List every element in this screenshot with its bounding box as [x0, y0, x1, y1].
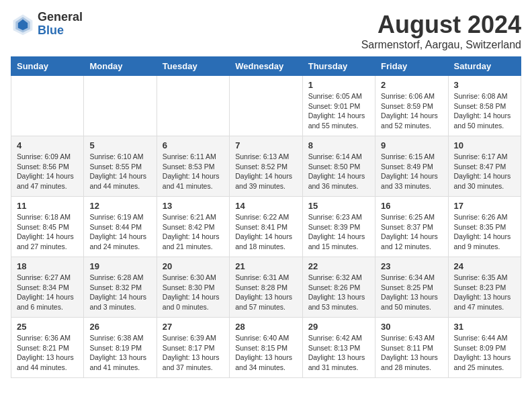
day-info: Sunrise: 6:17 AM Sunset: 8:47 PM Dayligh…: [454, 152, 515, 191]
weekday-header-tuesday: Tuesday: [157, 57, 229, 76]
day-info: Sunrise: 6:10 AM Sunset: 8:55 PM Dayligh…: [89, 152, 150, 191]
page-header: General Blue August 2024 Sarmenstorf, Aa…: [11, 11, 521, 51]
day-number: 15: [308, 201, 369, 211]
day-number: 27: [163, 322, 224, 332]
day-number: 21: [235, 261, 296, 271]
day-info: Sunrise: 6:26 AM Sunset: 8:35 PM Dayligh…: [454, 212, 515, 252]
calendar-cell: 29Sunrise: 6:42 AM Sunset: 8:13 PM Dayli…: [302, 318, 375, 378]
calendar-cell: 22Sunrise: 6:32 AM Sunset: 8:26 PM Dayli…: [302, 257, 375, 318]
calendar-cell: 13Sunrise: 6:21 AM Sunset: 8:42 PM Dayli…: [157, 197, 229, 257]
day-info: Sunrise: 6:32 AM Sunset: 8:26 PM Dayligh…: [308, 273, 369, 312]
calendar-cell: 9Sunrise: 6:15 AM Sunset: 8:49 PM Daylig…: [375, 136, 448, 197]
day-number: 5: [89, 140, 150, 150]
day-number: 17: [454, 201, 515, 211]
calendar-cell: 4Sunrise: 6:09 AM Sunset: 8:56 PM Daylig…: [11, 136, 84, 197]
day-info: Sunrise: 6:09 AM Sunset: 8:56 PM Dayligh…: [17, 152, 78, 191]
calendar-table: SundayMondayTuesdayWednesdayThursdayFrid…: [11, 56, 521, 378]
day-number: 22: [308, 261, 369, 271]
weekday-header-sunday: Sunday: [11, 57, 84, 76]
calendar-cell: 8Sunrise: 6:14 AM Sunset: 8:50 PM Daylig…: [302, 136, 375, 197]
calendar-body: 1Sunrise: 6:05 AM Sunset: 9:01 PM Daylig…: [11, 76, 521, 378]
week-row-1: 1Sunrise: 6:05 AM Sunset: 9:01 PM Daylig…: [11, 76, 521, 136]
day-info: Sunrise: 6:35 AM Sunset: 8:23 PM Dayligh…: [454, 273, 515, 312]
calendar-cell: 28Sunrise: 6:40 AM Sunset: 8:15 PM Dayli…: [230, 318, 302, 378]
day-number: 7: [235, 140, 296, 150]
day-info: Sunrise: 6:14 AM Sunset: 8:50 PM Dayligh…: [308, 152, 369, 191]
logo-general: General: [38, 11, 83, 24]
week-row-3: 11Sunrise: 6:18 AM Sunset: 8:45 PM Dayli…: [11, 197, 521, 257]
day-number: 4: [17, 140, 78, 150]
calendar-cell: 10Sunrise: 6:17 AM Sunset: 8:47 PM Dayli…: [448, 136, 521, 197]
weekday-header-saturday: Saturday: [448, 57, 521, 76]
day-info: Sunrise: 6:25 AM Sunset: 8:37 PM Dayligh…: [381, 212, 442, 252]
logo-icon: [11, 12, 35, 36]
calendar-cell: 20Sunrise: 6:30 AM Sunset: 8:30 PM Dayli…: [157, 257, 229, 318]
day-number: 26: [89, 322, 150, 332]
calendar-cell: 2Sunrise: 6:06 AM Sunset: 8:59 PM Daylig…: [375, 76, 448, 136]
day-number: 29: [308, 322, 369, 332]
calendar-cell: 21Sunrise: 6:31 AM Sunset: 8:28 PM Dayli…: [230, 257, 302, 318]
day-info: Sunrise: 6:43 AM Sunset: 8:11 PM Dayligh…: [381, 333, 442, 373]
day-info: Sunrise: 6:34 AM Sunset: 8:25 PM Dayligh…: [381, 273, 442, 312]
day-info: Sunrise: 6:40 AM Sunset: 8:15 PM Dayligh…: [235, 333, 296, 373]
weekday-header-friday: Friday: [375, 57, 448, 76]
day-number: 28: [235, 322, 296, 332]
calendar-cell: 23Sunrise: 6:34 AM Sunset: 8:25 PM Dayli…: [375, 257, 448, 318]
day-number: 11: [17, 201, 78, 211]
day-info: Sunrise: 6:31 AM Sunset: 8:28 PM Dayligh…: [235, 273, 296, 312]
logo-blue: Blue: [38, 24, 83, 38]
day-info: Sunrise: 6:13 AM Sunset: 8:52 PM Dayligh…: [235, 152, 296, 191]
day-number: 31: [454, 322, 515, 332]
calendar-cell: 24Sunrise: 6:35 AM Sunset: 8:23 PM Dayli…: [448, 257, 521, 318]
day-info: Sunrise: 6:44 AM Sunset: 8:09 PM Dayligh…: [454, 333, 515, 373]
week-row-5: 25Sunrise: 6:36 AM Sunset: 8:21 PM Dayli…: [11, 318, 521, 378]
day-info: Sunrise: 6:21 AM Sunset: 8:42 PM Dayligh…: [163, 212, 224, 252]
week-row-2: 4Sunrise: 6:09 AM Sunset: 8:56 PM Daylig…: [11, 136, 521, 197]
day-info: Sunrise: 6:28 AM Sunset: 8:32 PM Dayligh…: [89, 273, 150, 312]
logo-text: General Blue: [38, 11, 83, 38]
day-info: Sunrise: 6:36 AM Sunset: 8:21 PM Dayligh…: [17, 333, 78, 373]
calendar-cell: 7Sunrise: 6:13 AM Sunset: 8:52 PM Daylig…: [230, 136, 302, 197]
day-number: 1: [308, 80, 369, 90]
day-info: Sunrise: 6:22 AM Sunset: 8:41 PM Dayligh…: [235, 212, 296, 252]
day-number: 14: [235, 201, 296, 211]
calendar-cell: 31Sunrise: 6:44 AM Sunset: 8:09 PM Dayli…: [448, 318, 521, 378]
calendar-cell: 25Sunrise: 6:36 AM Sunset: 8:21 PM Dayli…: [11, 318, 84, 378]
day-info: Sunrise: 6:23 AM Sunset: 8:39 PM Dayligh…: [308, 212, 369, 252]
day-number: 13: [163, 201, 224, 211]
day-info: Sunrise: 6:19 AM Sunset: 8:44 PM Dayligh…: [89, 212, 150, 252]
day-number: 25: [17, 322, 78, 332]
weekday-header-wednesday: Wednesday: [230, 57, 302, 76]
day-info: Sunrise: 6:39 AM Sunset: 8:17 PM Dayligh…: [163, 333, 224, 373]
day-number: 6: [163, 140, 224, 150]
day-info: Sunrise: 6:27 AM Sunset: 8:34 PM Dayligh…: [17, 273, 78, 312]
title-block: August 2024 Sarmenstorf, Aargau, Switzer…: [361, 11, 521, 51]
calendar-cell: 18Sunrise: 6:27 AM Sunset: 8:34 PM Dayli…: [11, 257, 84, 318]
calendar-cell: 19Sunrise: 6:28 AM Sunset: 8:32 PM Dayli…: [84, 257, 157, 318]
calendar-cell: [230, 76, 302, 136]
day-number: 20: [163, 261, 224, 271]
calendar-cell: 15Sunrise: 6:23 AM Sunset: 8:39 PM Dayli…: [302, 197, 375, 257]
day-number: 19: [89, 261, 150, 271]
day-info: Sunrise: 6:15 AM Sunset: 8:49 PM Dayligh…: [381, 152, 442, 191]
calendar-header: SundayMondayTuesdayWednesdayThursdayFrid…: [11, 57, 521, 76]
logo: General Blue: [11, 11, 83, 38]
subtitle: Sarmenstorf, Aargau, Switzerland: [361, 39, 521, 51]
calendar-cell: 6Sunrise: 6:11 AM Sunset: 8:53 PM Daylig…: [157, 136, 229, 197]
calendar-cell: [84, 76, 157, 136]
day-number: 9: [381, 140, 442, 150]
calendar-cell: 27Sunrise: 6:39 AM Sunset: 8:17 PM Dayli…: [157, 318, 229, 378]
day-number: 3: [454, 80, 515, 90]
calendar-cell: 16Sunrise: 6:25 AM Sunset: 8:37 PM Dayli…: [375, 197, 448, 257]
day-number: 10: [454, 140, 515, 150]
calendar-cell: [11, 76, 84, 136]
day-number: 30: [381, 322, 442, 332]
day-info: Sunrise: 6:11 AM Sunset: 8:53 PM Dayligh…: [163, 152, 224, 191]
day-info: Sunrise: 6:05 AM Sunset: 9:01 PM Dayligh…: [308, 91, 369, 131]
calendar-cell: 12Sunrise: 6:19 AM Sunset: 8:44 PM Dayli…: [84, 197, 157, 257]
calendar-cell: 26Sunrise: 6:38 AM Sunset: 8:19 PM Dayli…: [84, 318, 157, 378]
day-number: 18: [17, 261, 78, 271]
calendar-cell: 11Sunrise: 6:18 AM Sunset: 8:45 PM Dayli…: [11, 197, 84, 257]
day-info: Sunrise: 6:06 AM Sunset: 8:59 PM Dayligh…: [381, 91, 442, 131]
day-info: Sunrise: 6:18 AM Sunset: 8:45 PM Dayligh…: [17, 212, 78, 252]
